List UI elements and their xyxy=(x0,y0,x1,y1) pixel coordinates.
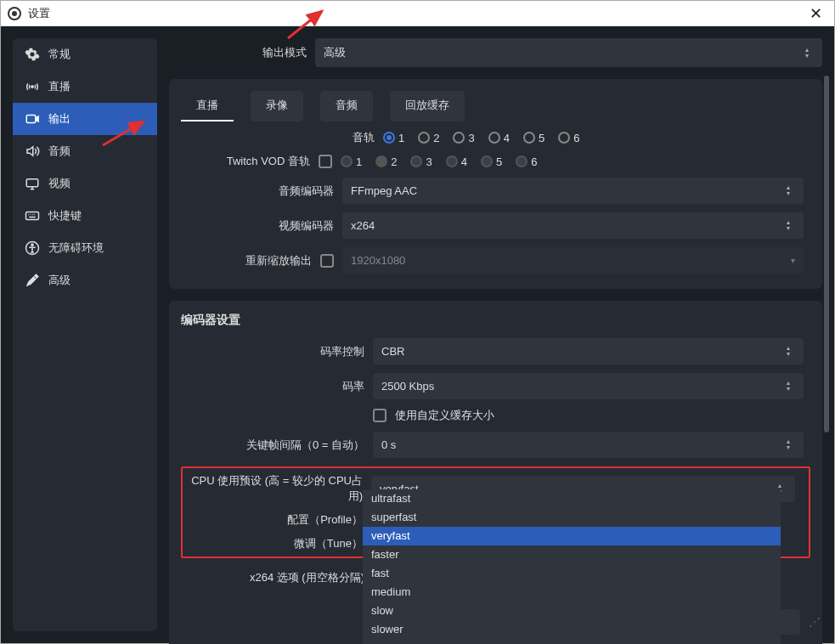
bitrate-down-icon[interactable]: ▾ xyxy=(787,387,795,392)
audio-encoder-select[interactable]: FFmpeg AAC ▴▾ xyxy=(342,178,804,204)
gear-icon xyxy=(25,47,40,62)
audio-track-3[interactable]: 3 xyxy=(453,132,474,144)
custom-buffer-label: 使用自定义缓存大小 xyxy=(395,408,494,423)
video-encoder-select[interactable]: x264 ▴▾ xyxy=(342,212,804,239)
preset-option-slower[interactable]: slower xyxy=(363,620,781,639)
twitch-vod-group: 1 2 3 4 5 6 xyxy=(341,155,537,168)
audio-encoder-value: FFmpeg AAC xyxy=(351,184,417,197)
svg-point-0 xyxy=(31,86,34,88)
tune-label: 微调（Tune） xyxy=(189,536,363,551)
bitrate-input[interactable]: 2500 Kbps ▴▾ xyxy=(373,373,804,399)
rate-control-label: 码率控制 xyxy=(181,344,364,359)
audio-track-group: 1 2 3 4 5 6 xyxy=(383,132,579,144)
audio-track-2[interactable]: 2 xyxy=(418,132,439,144)
profile-label: 配置（Profile） xyxy=(189,512,363,528)
svg-point-5 xyxy=(31,244,34,246)
rate-control-value: CBR xyxy=(381,345,404,358)
audio-track-6[interactable]: 6 xyxy=(558,132,579,144)
preset-option-fast[interactable]: fast xyxy=(363,564,781,583)
sidebar-item-stream[interactable]: 直播 xyxy=(13,71,157,103)
audio-encoder-label: 音频编码器 xyxy=(181,184,334,199)
preset-option-veryslow[interactable]: veryslow xyxy=(363,639,781,644)
bitrate-value: 2500 Kbps xyxy=(381,380,434,393)
rescale-label: 重新缩放输出 xyxy=(181,253,312,268)
sidebar-item-accessibility[interactable]: 无障碍环境 xyxy=(13,232,157,264)
sidebar-item-label: 快捷键 xyxy=(48,208,82,223)
output-icon xyxy=(25,111,40,127)
sidebar-item-label: 输出 xyxy=(48,111,71,127)
sidebar-item-advanced[interactable]: 高级 xyxy=(13,264,157,297)
resize-grip-icon[interactable]: ⋰ xyxy=(809,615,819,629)
twitch-vod-2[interactable]: 2 xyxy=(375,155,397,168)
sidebar-item-label: 高级 xyxy=(48,273,71,288)
tab-recording[interactable]: 录像 xyxy=(251,91,303,121)
tab-streaming[interactable]: 直播 xyxy=(181,91,234,121)
sidebar-item-output[interactable]: 输出 xyxy=(13,103,157,135)
preset-option-faster[interactable]: faster xyxy=(363,545,781,564)
twitch-vod-3[interactable]: 3 xyxy=(410,155,432,168)
twitch-vod-5[interactable]: 5 xyxy=(481,155,502,168)
speaker-icon xyxy=(25,144,40,159)
tools-icon xyxy=(25,273,40,288)
twitch-vod-1[interactable]: 1 xyxy=(341,155,362,168)
output-mode-label: 输出模式 xyxy=(169,45,307,60)
twitch-vod-4[interactable]: 4 xyxy=(446,155,467,168)
close-icon[interactable]: ✕ xyxy=(804,4,827,23)
preset-option-medium[interactable]: medium xyxy=(363,583,781,602)
output-tabs: 直播 录像 音频 回放缓存 xyxy=(181,91,810,121)
keyframe-down-icon[interactable]: ▾ xyxy=(787,445,795,450)
audio-track-5[interactable]: 5 xyxy=(523,132,544,144)
preset-option-slow[interactable]: slow xyxy=(363,602,781,620)
scrollbar-thumb[interactable] xyxy=(824,76,829,432)
encoder-settings-title: 编码器设置 xyxy=(181,313,810,328)
video-encoder-label: 视频编码器 xyxy=(181,218,334,234)
twitch-vod-checkbox[interactable] xyxy=(319,155,332,168)
twitch-vod-label: Twitch VOD 音轨 xyxy=(181,154,310,169)
sidebar-item-hotkeys[interactable]: 快捷键 xyxy=(13,200,157,232)
audio-track-label: 音轨 xyxy=(181,130,375,145)
sidebar-item-label: 视频 xyxy=(48,176,71,191)
cpu-preset-dropdown[interactable]: ultrafast superfast veryfast faster fast… xyxy=(363,489,781,644)
sidebar-item-label: 无障碍环境 xyxy=(48,240,104,256)
sidebar-item-audio[interactable]: 音频 xyxy=(13,135,157,167)
twitch-vod-6[interactable]: 6 xyxy=(516,155,537,168)
monitor-icon xyxy=(25,176,40,191)
custom-buffer-checkbox[interactable] xyxy=(373,409,386,422)
sidebar-item-label: 常规 xyxy=(48,47,71,62)
output-mode-select[interactable]: 高级 ▴▾ xyxy=(315,38,822,67)
preset-option-ultrafast[interactable]: ultrafast xyxy=(363,489,781,508)
preset-option-veryfast[interactable]: veryfast xyxy=(363,527,781,545)
keyboard-icon xyxy=(25,208,40,223)
video-encoder-value: x264 xyxy=(351,219,375,232)
settings-sidebar: 常规 直播 输出 音频 视频 快捷键 xyxy=(13,38,157,631)
svg-rect-2 xyxy=(26,179,38,187)
window-title: 设置 xyxy=(28,6,50,21)
rate-control-select[interactable]: CBR ▴▾ xyxy=(373,338,804,364)
main-scrollbar[interactable] xyxy=(824,76,829,551)
sidebar-item-video[interactable]: 视频 xyxy=(13,167,157,200)
keyframe-input[interactable]: 0 s ▴▾ xyxy=(373,432,804,458)
cpu-preset-label: CPU 使用预设 (高 = 较少的 CPU占用) xyxy=(189,473,363,504)
broadcast-icon xyxy=(25,79,40,94)
sidebar-item-general[interactable]: 常规 xyxy=(13,38,157,71)
preset-option-superfast[interactable]: superfast xyxy=(363,508,781,527)
svg-rect-1 xyxy=(26,116,36,123)
svg-rect-3 xyxy=(26,212,39,220)
sidebar-item-label: 音频 xyxy=(48,144,71,159)
sidebar-item-label: 直播 xyxy=(48,79,71,94)
app-icon xyxy=(8,7,21,20)
x264opts-label: x264 选项 (用空格分隔) xyxy=(181,570,364,585)
rescale-value: 1920x1080 xyxy=(351,254,405,267)
bitrate-label: 码率 xyxy=(181,379,364,394)
audio-track-1[interactable]: 1 xyxy=(383,132,404,144)
rescale-checkbox[interactable] xyxy=(320,254,334,268)
tab-replay-buffer[interactable]: 回放缓存 xyxy=(390,91,465,121)
tab-audio[interactable]: 音频 xyxy=(320,91,373,121)
keyframe-label: 关键帧间隔（0 = 自动） xyxy=(181,438,364,453)
audio-track-4[interactable]: 4 xyxy=(488,132,510,144)
accessibility-icon xyxy=(25,240,40,256)
rescale-select[interactable]: 1920x1080 ▾ xyxy=(342,247,804,274)
output-mode-value: 高级 xyxy=(324,45,346,60)
keyframe-value: 0 s xyxy=(381,438,396,451)
